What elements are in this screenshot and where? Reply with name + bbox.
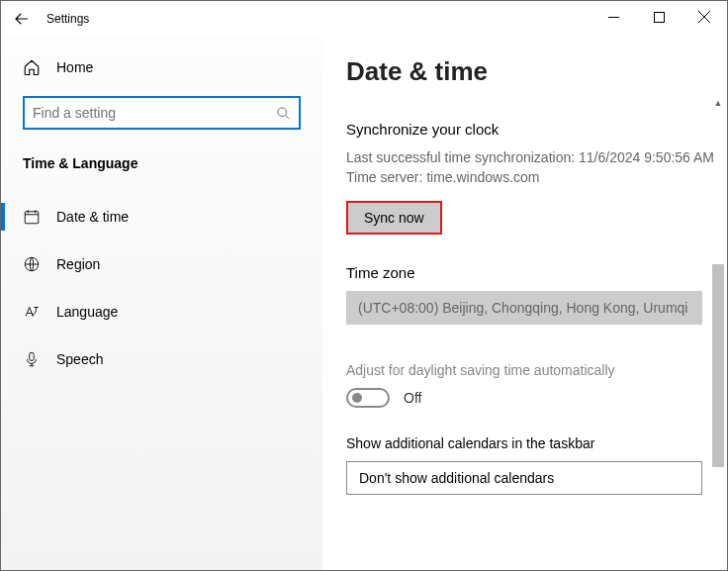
titlebar: Settings <box>1 1 727 37</box>
sync-last-sync-text: Last successful time synchronization: 11… <box>346 147 727 167</box>
nav-list: Date & time Region Language Speech <box>1 193 322 383</box>
sync-now-button[interactable]: Sync now <box>346 201 442 235</box>
dst-section: Adjust for daylight saving time automati… <box>346 362 727 408</box>
dst-toggle[interactable] <box>346 388 390 408</box>
page-title: Date & time <box>346 56 727 87</box>
svg-rect-0 <box>654 12 664 22</box>
toggle-knob-icon <box>352 393 362 403</box>
minimize-icon <box>608 12 619 23</box>
timezone-value: (UTC+08:00) Beijing, Chongqing, Hong Kon… <box>358 300 687 316</box>
nav-item-language[interactable]: Language <box>1 288 322 335</box>
svg-point-1 <box>278 107 287 116</box>
sync-heading: Synchronize your clock <box>346 121 727 138</box>
content-area: Home Time & Language Date & time Region … <box>1 37 727 570</box>
category-title: Time & Language <box>23 155 301 171</box>
dst-heading: Adjust for daylight saving time automati… <box>346 362 727 378</box>
home-link[interactable]: Home <box>23 47 301 88</box>
arrow-left-icon <box>13 10 31 28</box>
maximize-button[interactable] <box>636 1 682 33</box>
minimize-button[interactable] <box>591 1 636 33</box>
calendars-heading: Show additional calendars in the taskbar <box>346 435 727 451</box>
calendars-value: Don't show additional calendars <box>359 470 554 486</box>
home-label: Home <box>56 59 93 75</box>
close-button[interactable] <box>682 1 727 33</box>
language-icon <box>23 303 41 321</box>
scroll-thumb[interactable] <box>712 264 724 467</box>
scrollbar[interactable]: ▲ <box>711 96 725 566</box>
nav-item-region[interactable]: Region <box>1 240 322 288</box>
timezone-section: Time zone (UTC+08:00) Beijing, Chongqing… <box>346 264 727 325</box>
search-icon <box>276 106 291 121</box>
app-title: Settings <box>46 12 89 26</box>
nav-item-label: Language <box>56 304 118 320</box>
svg-rect-2 <box>25 212 39 224</box>
calendars-section: Show additional calendars in the taskbar… <box>346 435 727 495</box>
nav-item-label: Speech <box>56 351 103 367</box>
globe-icon <box>23 255 41 273</box>
sync-server-text: Time server: time.windows.com <box>346 167 727 187</box>
scroll-up-icon[interactable]: ▲ <box>711 96 725 110</box>
sidebar: Home Time & Language Date & time Region … <box>1 37 322 570</box>
nav-item-label: Date & time <box>56 209 129 225</box>
calendars-select[interactable]: Don't show additional calendars <box>346 461 702 495</box>
timezone-heading: Time zone <box>346 264 727 281</box>
nav-item-speech[interactable]: Speech <box>1 335 322 383</box>
timezone-select[interactable]: (UTC+08:00) Beijing, Chongqing, Hong Kon… <box>346 291 702 325</box>
back-button[interactable] <box>7 4 37 34</box>
window-controls <box>591 1 727 33</box>
maximize-icon <box>654 12 665 23</box>
main-panel: Date & time Synchronize your clock Last … <box>322 37 727 570</box>
close-icon <box>698 11 710 23</box>
microphone-icon <box>23 350 41 368</box>
dst-toggle-row: Off <box>346 388 727 408</box>
calendar-clock-icon <box>23 208 41 226</box>
search-box[interactable] <box>23 96 301 130</box>
nav-item-label: Region <box>56 256 100 272</box>
search-input[interactable] <box>33 105 276 121</box>
dst-state-label: Off <box>404 390 421 406</box>
nav-item-date-time[interactable]: Date & time <box>1 193 322 240</box>
home-icon <box>23 58 41 76</box>
svg-rect-4 <box>30 352 35 360</box>
